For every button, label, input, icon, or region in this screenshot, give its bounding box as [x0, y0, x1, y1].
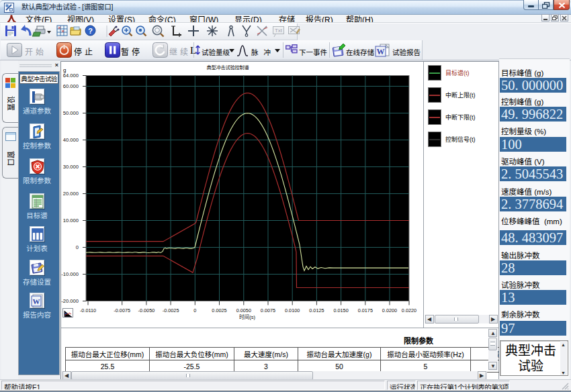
- svg-text:-0.0110: -0.0110: [80, 307, 96, 313]
- svg-text:?: ?: [88, 27, 93, 35]
- svg-text:64.000: 64.000: [63, 72, 79, 79]
- svg-text:-10.000: -10.000: [61, 271, 79, 277]
- svg-text:30.000: 30.000: [63, 164, 79, 170]
- svg-text:-0.0050: -0.0050: [138, 307, 155, 313]
- svg-text:L: L: [190, 45, 196, 56]
- svg-text:0.0075: 0.0075: [261, 307, 275, 313]
- svg-text:40.000: 40.000: [63, 137, 79, 143]
- svg-text:0.0100: 0.0100: [285, 307, 300, 313]
- svg-text:0.0175: 0.0175: [358, 307, 373, 313]
- svg-text:典型冲击试验控制谱: 典型冲击试验控制谱: [207, 64, 249, 70]
- svg-text:0.0025: 0.0025: [212, 307, 226, 313]
- svg-text:0.0220: 0.0220: [402, 307, 416, 313]
- svg-text:Txt: Txt: [275, 28, 283, 34]
- svg-text:-20.000: -20.000: [61, 298, 79, 304]
- svg-text:-0.0025: -0.0025: [163, 307, 179, 313]
- svg-text:0.0150: 0.0150: [333, 307, 348, 313]
- svg-text:时间(s): 时间(s): [239, 313, 256, 320]
- svg-text:W: W: [33, 297, 40, 305]
- svg-text:0.0200: 0.0200: [382, 307, 397, 313]
- svg-text:20.000: 20.000: [63, 191, 79, 197]
- svg-text:10.000: 10.000: [63, 217, 79, 224]
- svg-text:0: 0: [193, 307, 196, 313]
- svg-text:-0.0075: -0.0075: [114, 307, 130, 313]
- svg-text:0: 0: [76, 244, 79, 250]
- svg-text:50.000: 50.000: [63, 110, 79, 116]
- svg-text:0.0050: 0.0050: [236, 307, 251, 313]
- svg-text:W: W: [377, 47, 385, 56]
- svg-text:0.0125: 0.0125: [309, 307, 324, 313]
- svg-text:60.000: 60.000: [63, 83, 79, 89]
